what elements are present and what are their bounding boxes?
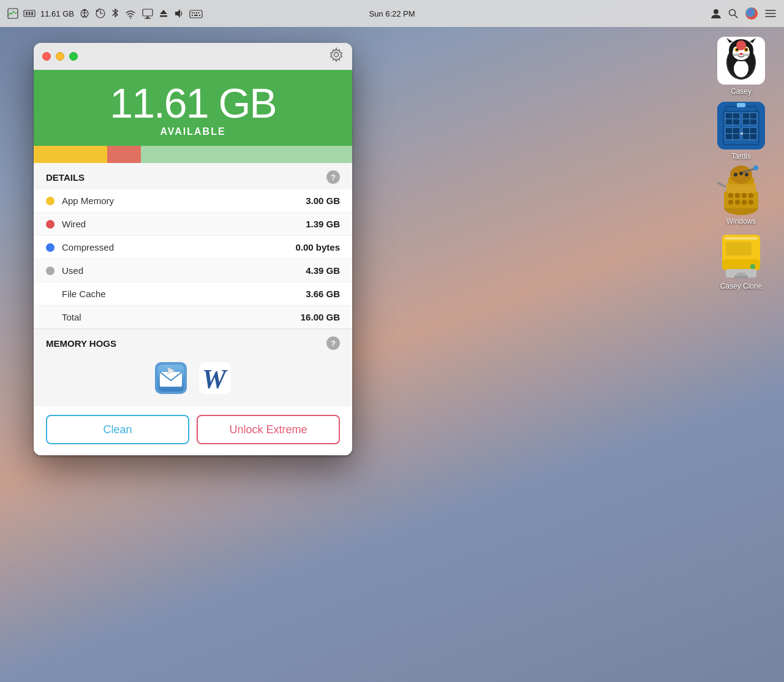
hogs-apps-row: W (46, 357, 340, 401)
svg-point-84 (753, 165, 758, 170)
detail-value-used: 4.39 GB (306, 265, 340, 276)
desktop-icon-windows[interactable]: Windows (710, 167, 772, 225)
svg-rect-2 (26, 12, 28, 15)
svg-point-69 (741, 132, 743, 135)
svg-rect-91 (722, 259, 760, 270)
detail-name-compressed: Compressed (62, 242, 295, 252)
time-machine-icon[interactable] (95, 8, 106, 19)
tardis-icon-image (717, 102, 765, 150)
svg-point-74 (742, 193, 747, 198)
tardis-label: Tardis (731, 152, 751, 161)
casey-label: Casey (731, 87, 752, 96)
settings-gear-button[interactable] (329, 47, 344, 66)
clean-button[interactable]: Clean (46, 415, 189, 444)
svg-point-75 (748, 193, 753, 198)
progress-app-memory (34, 146, 107, 163)
svg-rect-93 (725, 237, 758, 240)
desktop-icons-container: Casey (710, 37, 772, 290)
svg-point-78 (742, 200, 747, 205)
svg-point-77 (735, 200, 740, 205)
details-section: DETAILS ? App Memory 3.00 GB Wired 1.39 … (34, 163, 352, 328)
svg-rect-24 (194, 15, 198, 16)
maximize-button[interactable] (69, 52, 78, 61)
close-button[interactable] (42, 52, 51, 61)
detail-row-wired: Wired 1.39 GB (34, 212, 352, 235)
drive-icon-image (717, 232, 765, 279)
svg-rect-13 (143, 9, 153, 16)
app-window: 11.61 GB AVAILABLE DETAILS ? App Memory … (34, 43, 352, 455)
desktop-icon-tardis[interactable]: Tardis (710, 102, 772, 161)
accessibility-icon[interactable] (79, 8, 90, 19)
detail-name-wired: Wired (62, 219, 306, 229)
casey-clone-label: Casey Clone (720, 282, 763, 290)
search-icon[interactable] (728, 8, 739, 19)
siri-icon[interactable] (745, 7, 758, 20)
memory-progress-bar (34, 146, 352, 163)
detail-name-total: Total (62, 312, 301, 322)
menubar: 11.61 GB (0, 0, 784, 27)
dot-app-memory (46, 197, 55, 205)
detail-value-wired: 1.39 GB (306, 219, 340, 229)
desktop-icon-casey-clone[interactable]: Casey Clone (710, 232, 772, 290)
svg-point-47 (739, 53, 743, 55)
svg-rect-25 (199, 15, 200, 16)
svg-rect-22 (198, 12, 199, 13)
keyboard-icon[interactable] (189, 8, 203, 19)
details-help-button[interactable]: ? (326, 170, 340, 184)
dot-compressed (46, 243, 55, 252)
svg-point-89 (745, 173, 748, 176)
detail-value-file-cache: 3.66 GB (306, 289, 340, 299)
mail-hog-icon (155, 362, 187, 394)
desktop-icon-casey[interactable]: Casey (710, 37, 772, 96)
memory-hogs-section: MEMORY HOGS ? (34, 328, 352, 406)
svg-point-79 (748, 200, 753, 205)
detail-value-app-memory: 3.00 GB (306, 195, 340, 206)
eject-icon[interactable] (159, 8, 168, 19)
hog-app-mail (155, 362, 187, 394)
word-hog-icon: W (199, 362, 231, 394)
svg-marker-15 (160, 10, 167, 14)
svg-rect-16 (160, 15, 167, 17)
available-memory-label: AVAILABLE (48, 126, 337, 137)
svg-point-73 (735, 193, 740, 198)
wifi-icon[interactable] (124, 8, 137, 19)
detail-name-file-cache: File Cache (62, 289, 306, 299)
svg-rect-4 (31, 12, 33, 15)
svg-point-36 (734, 60, 748, 77)
user-icon[interactable] (710, 8, 722, 19)
svg-marker-17 (175, 9, 180, 18)
notification-center-icon[interactable] (764, 8, 777, 19)
svg-point-94 (750, 264, 755, 269)
activity-monitor-icon[interactable] (7, 8, 18, 19)
svg-rect-23 (192, 15, 193, 16)
action-buttons-row: Clean Unlock Extreme (34, 406, 352, 455)
volume-icon[interactable] (173, 8, 184, 19)
minimize-button[interactable] (56, 52, 64, 61)
detail-name-app-memory: App Memory (62, 195, 306, 206)
detail-row-file-cache: File Cache 3.66 GB (34, 282, 352, 305)
airplay-icon[interactable] (141, 8, 154, 19)
svg-point-12 (130, 18, 131, 19)
hogs-help-button[interactable]: ? (326, 336, 340, 350)
ram-status-icon[interactable] (23, 8, 36, 19)
available-memory-amount: 11.61 GB (48, 82, 337, 124)
detail-value-total: 16.00 GB (301, 312, 340, 322)
detail-row-total: Total 16.00 GB (34, 305, 352, 328)
bluetooth-icon[interactable] (111, 8, 119, 19)
unlock-extreme-button[interactable]: Unlock Extreme (197, 415, 340, 444)
menubar-datetime: Sun 6:22 PM (369, 9, 415, 18)
traffic-lights (42, 52, 78, 61)
dot-wired (46, 220, 55, 229)
hogs-title-row: MEMORY HOGS ? (46, 336, 340, 350)
svg-line-28 (735, 15, 738, 18)
detail-name-used: Used (62, 265, 306, 276)
svg-rect-20 (194, 12, 195, 13)
svg-text:W: W (202, 364, 228, 394)
window-titlebar (34, 43, 352, 70)
svg-point-48 (736, 40, 746, 50)
svg-rect-80 (726, 183, 756, 193)
svg-point-98 (334, 53, 339, 57)
menubar-left-icons: 11.61 GB (7, 8, 710, 19)
svg-rect-68 (737, 103, 745, 107)
svg-point-26 (714, 9, 718, 14)
